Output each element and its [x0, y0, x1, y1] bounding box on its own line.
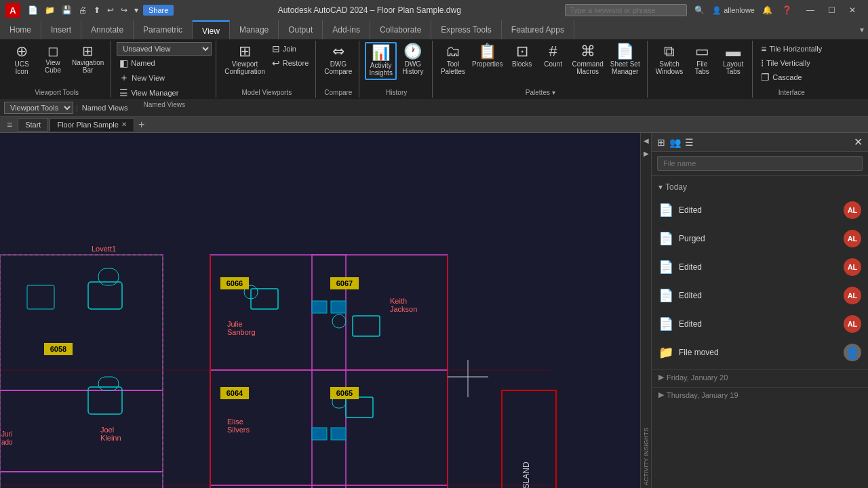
collapse-panel-btn[interactable]: ▶ [642, 148, 650, 159]
dwg-compare-btn[interactable]: ⇔ DWGCompare [321, 42, 355, 77]
tab-addins[interactable]: Add-ins [323, 20, 370, 39]
ucs-icon-btn[interactable]: ⊕ UCSIcon [7, 42, 37, 77]
save-btn[interactable]: 💾 [60, 4, 74, 16]
tab-close-btn[interactable]: ✕ [121, 121, 127, 128]
cad-canvas[interactable]: [-][Top][2D Wireframe] PRINTER ISLAND [0, 133, 640, 488]
minimize-btn[interactable]: — [800, 0, 821, 20]
close-btn[interactable]: ✕ [842, 0, 863, 20]
help-icon[interactable]: ❓ [780, 4, 794, 16]
search-input[interactable] [565, 4, 687, 16]
dropdown-arrow[interactable]: ▾ [132, 4, 140, 16]
view-dropdown[interactable]: Unsaved View [117, 42, 212, 56]
group-history: 📊 ActivityInsights 🕐 DWGHistory History [361, 41, 432, 98]
named-btn[interactable]: ◧ Named [117, 56, 212, 70]
maximize-btn[interactable]: ☐ [821, 0, 842, 20]
new-view-btn[interactable]: ＋ New View [117, 70, 212, 85]
activity-item-edited-1[interactable]: 📄 Edited AL [652, 196, 868, 224]
tab-home[interactable]: Home [0, 20, 41, 39]
viewport-tools-items: ⊕ UCSIcon ◻ ViewCube ⊞ NavigationBar [7, 42, 106, 87]
ribbon-options[interactable]: ▾ [860, 25, 864, 35]
viewport-tools-dropdown[interactable]: Viewport Tools [4, 102, 73, 114]
viewport-config-btn[interactable]: ⊞ ViewportConfiguration [222, 42, 267, 77]
svg-text:Julie: Julie [227, 320, 243, 328]
activity-item-edited-2[interactable]: 📄 Edited AL [652, 253, 868, 281]
svg-text:Keith: Keith [390, 297, 407, 305]
share-button[interactable]: Share [143, 5, 174, 16]
tab-add-btn[interactable]: + [136, 119, 147, 131]
switch-windows-icon: ⧉ [664, 44, 675, 59]
expand-panel-btn[interactable]: ◀ [642, 136, 650, 146]
tab-output[interactable]: Output [279, 20, 323, 39]
dwg-history-btn[interactable]: 🕐 DWGHistory [398, 42, 428, 77]
tab-parametric[interactable]: Parametric [134, 20, 193, 39]
activity-strip-label: ACTIVITY INSIGHTS [643, 422, 650, 485]
named-label: Named [131, 59, 155, 67]
new-btn[interactable]: 📄 [26, 4, 40, 16]
tab-menu-btn[interactable]: ≡ [3, 119, 16, 130]
cascade-btn[interactable]: ❐ Cascade [758, 70, 825, 84]
svg-text:Elise: Elise [227, 418, 243, 426]
join-btn[interactable]: ⊟ Join [269, 42, 312, 56]
viewport-tools-label: Viewport Tools [35, 87, 79, 96]
tab-collaborate[interactable]: Collaborate [370, 20, 431, 39]
app-icon: A [5, 3, 20, 18]
view-manager-btn[interactable]: ☰ View Manager [117, 86, 212, 100]
activity-info-4: Edited [679, 319, 838, 329]
tile-horiz-icon: ≡ [761, 43, 766, 54]
dwg-compare-icon: ⇔ [332, 44, 344, 59]
tab-insert[interactable]: Insert [41, 20, 81, 39]
activity-search-input[interactable] [657, 156, 863, 171]
activity-insights-btn[interactable]: 📊 ActivityInsights [365, 42, 396, 80]
blocks-btn[interactable]: ⊡ Blocks [507, 42, 537, 70]
tool-palettes-btn[interactable]: 🗂 ToolPalettes [438, 42, 468, 77]
tab-view[interactable]: View [193, 20, 230, 39]
file-tabs-btn[interactable]: ▭ FileTabs [687, 42, 717, 77]
restore-btn[interactable]: ↩ Restore [269, 56, 312, 70]
avatar-3: AL [844, 287, 861, 304]
activity-item-edited-4[interactable]: 📄 Edited AL [652, 310, 868, 338]
file-icon-4: 📄 [658, 317, 673, 331]
activity-item-file-moved[interactable]: 📁 File moved 👤 [652, 338, 868, 367]
redo-btn[interactable]: ↪ [119, 4, 130, 16]
tab-manage[interactable]: Manage [230, 20, 279, 39]
activity-item-purged[interactable]: 📄 Purged AL [652, 224, 868, 253]
properties-btn[interactable]: 📋 Properties [469, 42, 506, 70]
open-btn[interactable]: 📁 [43, 4, 57, 16]
search-icon[interactable]: 🔍 [692, 4, 707, 16]
tab-start[interactable]: Start [18, 118, 48, 131]
named-icon: ◧ [119, 58, 128, 68]
nav-bar-btn[interactable]: ⊞ NavigationBar [69, 42, 106, 76]
tile-vert-btn[interactable]: ⁞ Tile Vertically [758, 56, 825, 70]
tab-featured[interactable]: Featured Apps [502, 20, 574, 39]
group-palettes: 🗂 ToolPalettes 📋 Properties ⊡ Blocks # C… [434, 41, 648, 98]
notification-icon[interactable]: 🔔 [760, 4, 774, 16]
grid-view-btn[interactable]: ⊞ [657, 137, 665, 148]
view-cube-btn[interactable]: ◻ ViewCube [38, 42, 68, 76]
interface-col: ≡ Tile Horizontally ⁞ Tile Vertically ❐ … [758, 42, 825, 84]
command-macros-btn[interactable]: ⌘ CommandMacros [570, 42, 606, 77]
join-icon: ⊟ [272, 43, 280, 54]
today-section-header[interactable]: ▾ Today [652, 178, 868, 196]
sheet-set-btn[interactable]: 📄 Sheet SetManager [608, 42, 643, 77]
tab-floor-plan[interactable]: Floor Plan Sample ✕ [50, 118, 134, 131]
tab-express[interactable]: Express Tools [431, 20, 501, 39]
tile-horiz-btn[interactable]: ≡ Tile Horizontally [758, 42, 825, 56]
print-btn[interactable]: 🖨 [77, 4, 89, 16]
list-btn[interactable]: ☰ [685, 137, 694, 148]
panel-close-btn[interactable]: ✕ [854, 136, 863, 148]
users-btn[interactable]: 👥 [669, 137, 681, 148]
thursday-section-header[interactable]: ▶ Thursday, January 19 [652, 387, 868, 402]
group-windows: ⧉ SwitchWindows ▭ FileTabs ▬ LayoutTabs [649, 41, 753, 98]
switch-windows-btn[interactable]: ⧉ SwitchWindows [653, 42, 686, 77]
count-btn[interactable]: # Count [538, 42, 568, 70]
layout-tabs-btn[interactable]: ▬ LayoutTabs [718, 42, 748, 77]
cad-drawing: PRINTER ISLAND [0, 133, 640, 488]
undo-btn[interactable]: ↩ [105, 4, 116, 16]
group-model-viewports: ⊞ ViewportConfiguration ⊟ Join ↩ Restore… [218, 41, 316, 98]
panel-header-icons: ⊞ 👥 ☰ [657, 137, 694, 148]
publish-btn[interactable]: ⬆ [92, 4, 102, 16]
tab-annotate[interactable]: Annotate [81, 20, 134, 39]
activity-item-edited-3[interactable]: 📄 Edited AL [652, 281, 868, 310]
user-menu[interactable]: 👤 allenlowe [712, 6, 755, 15]
friday-section-header[interactable]: ▶ Friday, January 20 [652, 369, 868, 384]
